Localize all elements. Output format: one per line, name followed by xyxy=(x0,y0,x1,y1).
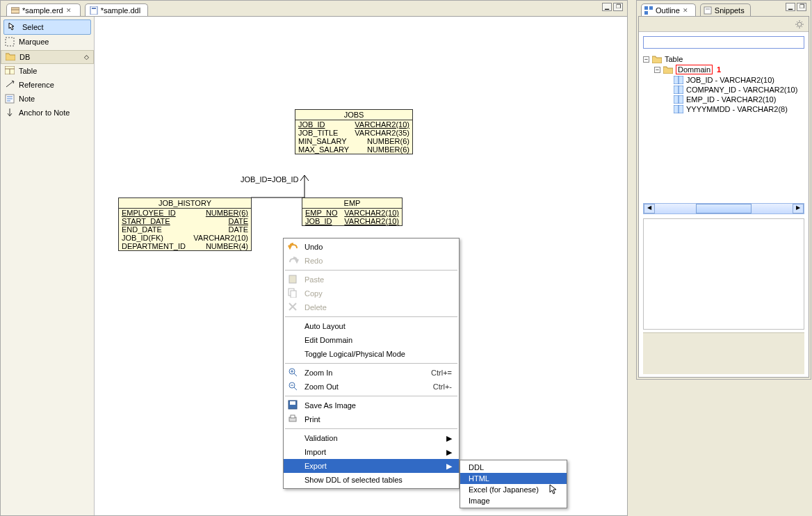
svg-point-32 xyxy=(797,22,802,26)
cursor-icon xyxy=(8,22,18,32)
menu-edit-domain[interactable]: Edit Dommain xyxy=(284,333,459,347)
erd-canvas[interactable]: JOB_ID=JOB_ID JOBS JOB_IDVARCHAR2(10) JO… xyxy=(95,17,627,515)
reference-icon xyxy=(5,80,15,90)
scroll-left-button[interactable]: ◀ xyxy=(644,204,655,213)
window-controls: ▁ ❐ xyxy=(602,3,623,11)
outline-tree: − Table − Dommain 1 JOB_ID - VARCHAR2(10… xyxy=(639,53,809,115)
paste-icon xyxy=(288,274,300,285)
minimize-button[interactable]: ▁ xyxy=(786,3,795,11)
outline-filter-input[interactable] xyxy=(643,36,804,49)
submenu-ddl[interactable]: DDL xyxy=(460,462,567,473)
relation-label: JOB_ID=JOB_ID xyxy=(241,175,298,184)
mouse-cursor xyxy=(549,484,559,495)
tab-label: *sample.erd xyxy=(22,6,63,15)
ddl-file-icon xyxy=(90,6,98,15)
folder-icon xyxy=(652,55,662,63)
tab-outline[interactable]: Outline ✕ xyxy=(641,3,696,16)
tree-label: JOB_ID - VARCHAR2(10) xyxy=(686,76,774,84)
menu-show-ddl[interactable]: Show DDL of selected tables xyxy=(284,473,459,487)
expand-icon[interactable]: − xyxy=(654,67,660,73)
submenu-image[interactable]: Image xyxy=(460,495,567,506)
outline-toolbar xyxy=(639,17,809,32)
palette-select[interactable]: Select xyxy=(3,19,91,35)
tab-label: *sample.ddl xyxy=(101,6,140,15)
tree-node-domain[interactable]: − Dommain 1 xyxy=(643,64,804,75)
column-icon xyxy=(674,86,683,94)
maximize-button[interactable]: ❐ xyxy=(797,3,806,11)
scroll-track[interactable] xyxy=(655,204,793,213)
outline-panel: Outline ✕ Snippets ▁ ❐ − Table − Dommain xyxy=(636,0,811,380)
svg-line-21 xyxy=(294,387,297,390)
menu-print[interactable]: Print xyxy=(284,412,459,426)
outline-preview xyxy=(643,218,804,330)
close-icon[interactable]: ✕ xyxy=(66,7,73,14)
tree-node-table[interactable]: − Table xyxy=(643,54,804,64)
maximize-button[interactable]: ❐ xyxy=(613,3,623,11)
palette-marquee[interactable]: Marquee xyxy=(1,35,94,49)
menu-zoom-in[interactable]: Zoom InCtrl+= xyxy=(284,366,459,380)
menu-export[interactable]: Export▶ xyxy=(284,459,459,473)
tree-node-jobid[interactable]: JOB_ID - VARCHAR2(10) xyxy=(643,75,804,85)
gear-icon[interactable] xyxy=(795,19,804,29)
palette-anchor[interactable]: Anchor to Note xyxy=(1,106,94,120)
svg-rect-27 xyxy=(644,6,648,10)
palette-label: Table xyxy=(19,67,37,75)
folder-icon xyxy=(6,52,15,62)
palette-reference[interactable]: Reference xyxy=(1,78,94,92)
palette-note[interactable]: Note xyxy=(1,92,94,106)
outline-body: − Table − Dommain 1 JOB_ID - VARCHAR2(10… xyxy=(638,16,809,378)
erd-table-jobs[interactable]: JOBS JOB_IDVARCHAR2(10) JOB_TITLEVARCHAR… xyxy=(295,109,413,154)
tree-node-yyyymmdd[interactable]: YYYYMMDD - VARCHAR2(8) xyxy=(643,104,804,114)
menu-delete[interactable]: Delete xyxy=(284,300,459,314)
tab-sample-ddl[interactable]: *sample.ddl xyxy=(85,3,148,16)
scroll-thumb[interactable] xyxy=(696,204,751,213)
palette-label: Note xyxy=(19,95,35,103)
tab-snippets[interactable]: Snippets xyxy=(700,3,751,16)
erd-table-job-history[interactable]: JOB_HISTORY EMPLOYEE_IDNUMBER(6) START_D… xyxy=(118,197,252,251)
menu-redo[interactable]: Redo xyxy=(284,254,459,268)
palette-label: Marquee xyxy=(19,38,49,46)
context-menu: Undo Redo Paste Copy Delete Auto Layout … xyxy=(283,238,460,489)
tree-node-companyid[interactable]: COMPANY_ID - VARCHAR2(10) xyxy=(643,85,804,95)
outline-icon xyxy=(644,6,653,15)
menu-undo[interactable]: Undo xyxy=(284,240,459,254)
folder-icon xyxy=(663,65,673,74)
expand-icon[interactable]: − xyxy=(643,56,649,63)
menu-save-image[interactable]: Save As Image xyxy=(284,398,459,412)
erd-table-emp[interactable]: EMP EMP_NOVARCHAR2(10) JOB_IDVARCHAR2(10… xyxy=(302,197,403,226)
submenu-html[interactable]: HTML xyxy=(460,473,567,484)
delete-icon xyxy=(288,302,300,313)
minimize-button[interactable]: ▁ xyxy=(602,3,612,11)
redo-icon xyxy=(288,255,300,266)
palette-db-header[interactable]: DB ◇ xyxy=(1,50,94,64)
copy-icon xyxy=(288,288,300,299)
svg-rect-4 xyxy=(6,38,14,46)
print-icon xyxy=(288,414,300,425)
editor-body: Select Marquee DB ◇ Table Reference N xyxy=(1,16,627,515)
svg-rect-13 xyxy=(289,275,296,283)
menu-import[interactable]: Import▶ xyxy=(284,445,459,459)
domain-marker: 1 xyxy=(717,65,721,74)
menu-auto-layout[interactable]: Auto Layout xyxy=(284,319,459,333)
tree-label: YYYYMMDD - VARCHAR2(8) xyxy=(686,105,788,113)
palette-table[interactable]: Table xyxy=(1,64,94,78)
save-icon xyxy=(288,400,300,411)
menu-toggle-mode[interactable]: Toggle Logical/Physical Mode xyxy=(284,347,459,361)
menu-copy[interactable]: Copy xyxy=(284,287,459,300)
palette-label: Reference xyxy=(19,81,54,89)
menu-zoom-out[interactable]: Zoom OutCtrl+- xyxy=(284,380,459,394)
anchor-icon xyxy=(5,108,15,118)
undo-icon xyxy=(288,241,300,252)
menu-paste[interactable]: Paste xyxy=(284,273,459,287)
scroll-right-button[interactable]: ▶ xyxy=(793,204,804,213)
snippets-icon xyxy=(704,6,712,15)
collapse-icon[interactable]: ◇ xyxy=(84,54,89,61)
tab-sample-erd[interactable]: *sample.erd ✕ xyxy=(6,3,81,16)
menu-validation[interactable]: Validation▶ xyxy=(284,431,459,445)
table-header: JOBS xyxy=(295,110,412,120)
horizontal-scrollbar[interactable]: ◀ ▶ xyxy=(643,203,804,214)
tree-node-empid[interactable]: EMP_ID - VARCHAR2(10) xyxy=(643,95,804,104)
zoom-in-icon xyxy=(288,367,300,378)
tab-label: Outline xyxy=(656,6,680,15)
close-icon[interactable]: ✕ xyxy=(683,7,690,14)
